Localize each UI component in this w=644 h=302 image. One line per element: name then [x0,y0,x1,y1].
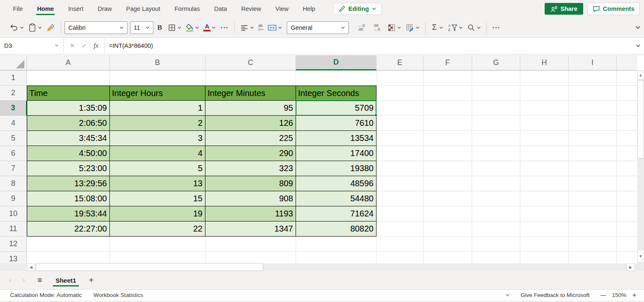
cell-A9[interactable]: 15:08:00 [27,191,110,206]
cell-I3[interactable] [569,101,617,116]
cell-F7[interactable] [423,161,472,176]
cell-F5[interactable] [423,131,472,146]
cell-E11[interactable] [377,221,423,237]
cell-I4[interactable] [569,116,617,131]
cell-G12[interactable] [472,237,520,252]
zoom-out-button[interactable]: — [600,292,606,298]
cell-A1[interactable] [27,70,110,86]
cell-G10[interactable] [472,206,520,221]
more-font-options-button[interactable]: ··· [218,24,231,31]
cell-H2[interactable] [520,86,569,101]
share-button[interactable]: Share [545,3,583,15]
row-header-7[interactable]: 7 [0,161,27,176]
cell-D11[interactable]: 80820 [296,221,377,237]
sheet-tab-sheet1[interactable]: Sheet1 [52,273,79,288]
font-size-select[interactable]: 11 [130,21,153,34]
cell-C7[interactable]: 323 [205,161,296,176]
cell-E2[interactable] [377,86,423,101]
cell-F10[interactable] [423,206,472,221]
cell-I8[interactable] [569,176,617,191]
cell-D3[interactable]: 5709 [296,101,377,116]
decrease-decimal-button[interactable]: ←.0 .00 [356,22,367,33]
formula-input[interactable]: =INT(A3*86400) [105,38,632,54]
cell-D5[interactable]: 13534 [296,131,377,146]
cell-B9[interactable]: 15 [110,191,205,206]
cell-E10[interactable] [377,206,423,221]
column-header-I[interactable]: I [569,55,617,70]
cell-C5[interactable]: 225 [205,131,296,146]
cell-A6[interactable]: 4:50:00 [27,146,110,161]
cell-F3[interactable] [423,101,472,116]
enter-button[interactable]: ✓ [82,42,87,49]
cell-B5[interactable]: 3 [110,131,205,146]
cell-F4[interactable] [423,116,472,131]
cell-I12[interactable] [569,237,617,252]
cell-A2[interactable]: Time [27,86,110,101]
number-format-select[interactable]: General [287,21,349,34]
column-header-D[interactable]: D [296,55,377,70]
column-header-H[interactable]: H [520,55,569,70]
format-as-table-button[interactable] [403,22,422,34]
cell-B11[interactable]: 22 [110,221,205,237]
borders-button[interactable] [166,22,184,34]
bold-button[interactable]: B [153,23,166,33]
cell-E7[interactable] [377,161,423,176]
cell-G2[interactable] [472,86,520,101]
cell-F11[interactable] [423,221,472,237]
cell-E6[interactable] [377,146,423,161]
cell-G4[interactable] [472,116,520,131]
column-header-A[interactable]: A [27,55,110,70]
autosum-button[interactable]: Σ [429,21,445,34]
wrap-text-button[interactable]: ab c↩ [256,22,265,33]
row-header-10[interactable]: 10 [0,206,27,221]
cell-D4[interactable]: 7610 [296,116,377,131]
row-header-11[interactable]: 11 [0,221,27,237]
menu-tab-review[interactable]: Review [236,1,266,16]
cell-C13[interactable] [205,252,296,263]
cell-H3[interactable] [520,101,569,116]
cell-E8[interactable] [377,176,423,191]
cell-B4[interactable]: 2 [110,116,205,131]
cell-A13[interactable] [27,252,110,263]
cell-G6[interactable] [472,146,520,161]
cell-G3[interactable] [472,101,520,116]
cell-C12[interactable] [205,237,296,252]
cell-H8[interactable] [520,176,569,191]
next-sheet-button[interactable]: › [20,276,28,284]
cell-H6[interactable] [520,146,569,161]
menu-tab-formulas[interactable]: Formulas [169,1,205,16]
cell-F1[interactable] [423,70,472,86]
cell-H4[interactable] [520,116,569,131]
cell-I11[interactable] [569,221,617,237]
cell-B2[interactable]: Integer Hours [110,86,205,101]
row-header-13[interactable]: 13 [0,252,27,263]
cell-I13[interactable] [569,252,617,263]
cell-I9[interactable] [569,191,617,206]
cell-D13[interactable] [296,252,377,263]
insert-function-button[interactable]: fx [93,42,99,49]
cell-A5[interactable]: 3:45:34 [27,131,110,146]
row-header-2[interactable]: 2 [0,86,27,101]
row-header-3[interactable]: 3 [0,101,27,116]
align-button[interactable] [238,22,256,33]
workbook-statistics-button[interactable]: Workbook Statistics [88,292,149,298]
font-name-select[interactable]: Calibri [65,21,127,34]
cell-F6[interactable] [423,146,472,161]
vertical-scrollbar[interactable]: ▲ ▼ [637,70,644,263]
column-header-E[interactable]: E [377,55,423,70]
zoom-level[interactable]: 150% [612,292,627,298]
cell-B10[interactable]: 19 [110,206,205,221]
cell-A11[interactable]: 22:27:00 [27,221,110,237]
merge-center-button[interactable] [265,22,284,33]
cell-B7[interactable]: 5 [110,161,205,176]
cell-C4[interactable]: 126 [205,116,296,131]
cell-G7[interactable] [472,161,520,176]
cell-D2[interactable]: Integer Seconds [296,86,377,101]
cell-E5[interactable] [377,131,423,146]
scroll-left-button[interactable]: ◀ [27,263,35,271]
cell-G5[interactable] [472,131,520,146]
cell-B13[interactable] [110,252,205,263]
cell-E9[interactable] [377,191,423,206]
menu-tab-home[interactable]: Home [32,1,59,16]
feedback-link[interactable]: Give Feedback to Microsoft [521,292,589,298]
